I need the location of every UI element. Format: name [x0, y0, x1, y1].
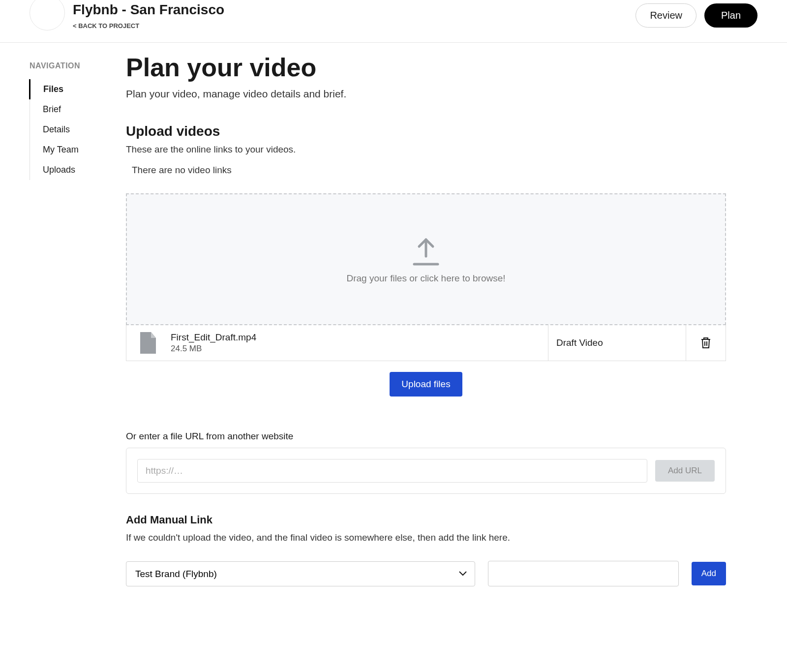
- nav-heading: NAVIGATION: [30, 61, 126, 70]
- file-size: 24.5 MB: [171, 344, 256, 354]
- url-section-label: Or enter a file URL from another website: [126, 431, 726, 442]
- back-to-project-link[interactable]: < BACK TO PROJECT: [73, 22, 224, 30]
- sidebar-item-label: My Team: [43, 145, 79, 154]
- upload-heading: Upload videos: [126, 123, 726, 139]
- sidebar-item-brief[interactable]: Brief: [29, 99, 126, 120]
- file-icon: [139, 332, 157, 354]
- url-panel: Add URL: [126, 448, 726, 494]
- upload-files-button[interactable]: Upload files: [390, 372, 462, 397]
- file-dropzone[interactable]: Drag your files or click here to browse!: [126, 193, 726, 325]
- sidebar-item-details[interactable]: Details: [29, 120, 126, 140]
- delete-file-button[interactable]: [686, 325, 726, 361]
- file-url-input[interactable]: [137, 459, 647, 483]
- header-bar: Flybnb - San Francisco < BACK TO PROJECT…: [0, 0, 787, 43]
- manual-link-input[interactable]: [488, 561, 679, 586]
- upload-icon: [410, 235, 442, 266]
- sidebar-item-my-team[interactable]: My Team: [29, 140, 126, 160]
- sidebar: NAVIGATION Files Brief Details My Team U…: [0, 43, 126, 626]
- brand-select[interactable]: Test Brand (Flybnb): [126, 561, 475, 586]
- project-title: Flybnb - San Francisco: [73, 1, 224, 19]
- manual-link-subheading: If we couldn't upload the video, and the…: [126, 532, 726, 543]
- file-main-cell: First_Edit_Draft.mp4 24.5 MB: [126, 325, 548, 361]
- nav-list: Files Brief Details My Team Uploads: [30, 79, 126, 180]
- file-row: First_Edit_Draft.mp4 24.5 MB Draft Video: [126, 325, 726, 361]
- file-kind-label: Draft Video: [556, 337, 603, 348]
- no-video-links-message: There are no video links: [126, 165, 726, 176]
- sidebar-item-label: Files: [43, 84, 63, 94]
- header-left: Flybnb - San Francisco < BACK TO PROJECT: [30, 0, 224, 31]
- dropzone-text: Drag your files or click here to browse!: [346, 273, 505, 284]
- sidebar-item-label: Details: [43, 124, 70, 134]
- file-info: First_Edit_Draft.mp4 24.5 MB: [171, 332, 256, 354]
- sidebar-item-label: Uploads: [43, 165, 75, 175]
- sidebar-item-label: Brief: [43, 104, 61, 114]
- manual-link-row: Test Brand (Flybnb) Add: [126, 561, 726, 586]
- file-kind-cell: Draft Video: [548, 325, 686, 361]
- header-right: Review Plan: [636, 3, 757, 28]
- plan-button[interactable]: Plan: [704, 3, 757, 28]
- title-block: Flybnb - San Francisco < BACK TO PROJECT: [73, 1, 224, 29]
- sidebar-item-files[interactable]: Files: [29, 79, 126, 99]
- sidebar-item-uploads[interactable]: Uploads: [29, 160, 126, 180]
- review-button[interactable]: Review: [636, 3, 696, 28]
- manual-link-heading: Add Manual Link: [126, 514, 726, 526]
- page-subtitle: Plan your video, manage video details an…: [126, 88, 726, 100]
- brand-select-wrap: Test Brand (Flybnb): [126, 561, 475, 586]
- add-url-button[interactable]: Add URL: [655, 460, 715, 482]
- upload-subheading: These are the online links to your video…: [126, 144, 726, 155]
- page-title: Plan your video: [126, 53, 726, 82]
- add-manual-link-button[interactable]: Add: [692, 562, 726, 585]
- main-content: Plan your video Plan your video, manage …: [126, 43, 756, 626]
- trash-icon: [700, 337, 711, 349]
- project-avatar: [30, 0, 65, 31]
- file-name: First_Edit_Draft.mp4: [171, 332, 256, 343]
